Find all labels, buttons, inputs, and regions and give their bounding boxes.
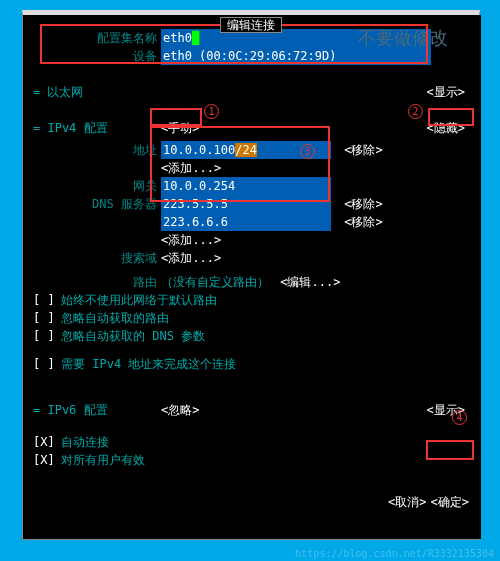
autoconnect-cb[interactable]: [X] — [33, 433, 61, 451]
titlebar: 编辑连接 — [220, 17, 282, 34]
route-row: 路由 （没有自定义路由） <编辑...> — [33, 273, 469, 291]
ok-button[interactable]: <确定> — [431, 493, 469, 511]
address-label: 地址 — [33, 141, 161, 159]
route-edit-button[interactable]: <编辑...> — [280, 275, 340, 289]
route-note: （没有自定义路由） — [161, 275, 269, 289]
cb3-label: 忽略自动获取的 DNS 参数 — [61, 327, 205, 345]
ipv6-row: = IPv6 配置 <忽略> <显示> — [33, 397, 469, 423]
annot-box-mode — [150, 108, 202, 126]
cb1[interactable]: [ ] — [33, 291, 61, 309]
cb1-label: 始终不使用此网络于默认路由 — [61, 291, 217, 309]
ethernet-heading: = 以太网 — [33, 83, 83, 101]
annot-circle-4: 4 — [452, 410, 467, 425]
annot-circle-1: 1 — [204, 104, 219, 119]
annot-box-fields — [150, 126, 330, 202]
annot-box-hide — [428, 108, 474, 126]
ipv4-heading: = IPv4 配置 — [33, 119, 161, 137]
annot-circle-2: 2 — [408, 104, 423, 119]
content-area: 配置集名称 eth0█ 设备 eth0 (00:0C:29:06:72:9D) … — [23, 15, 479, 519]
cb2-label: 忽略自动获取的路由 — [61, 309, 169, 327]
footer-watermark: https://blog.csdn.net/R3332135304 — [295, 548, 494, 559]
ethernet-show-button[interactable]: <显示> — [427, 83, 465, 101]
ethernet-row: = 以太网 <显示> — [33, 79, 469, 105]
gateway-label: 网关 — [33, 177, 161, 195]
search-add-button[interactable]: <添加...> — [161, 251, 221, 265]
dns-add-button[interactable]: <添加...> — [161, 233, 221, 247]
window-title: 编辑连接 — [220, 17, 282, 33]
search-row: 搜索域 <添加...> — [33, 249, 469, 267]
cb2[interactable]: [ ] — [33, 309, 61, 327]
cb4-label: 需要 IPv4 地址来完成这个连接 — [61, 355, 236, 373]
cb3[interactable]: [ ] — [33, 327, 61, 345]
annot-box-ok — [426, 440, 474, 460]
allusers-label: 对所有用户有效 — [61, 451, 145, 469]
address-remove-button[interactable]: <移除> — [344, 143, 382, 157]
cancel-button[interactable]: <取消> — [388, 493, 426, 511]
route-label: 路由 — [33, 273, 161, 291]
dns-label: DNS 服务器 — [33, 195, 161, 213]
annot-circle-3: 3 — [300, 144, 315, 159]
dns2-value: 223.6.6.6 — [163, 215, 228, 229]
search-label: 搜索域 — [33, 249, 161, 267]
dns2-remove-button[interactable]: <移除> — [344, 215, 382, 229]
window-border — [479, 15, 481, 539]
dns2-field[interactable]: 223.6.6.6 — [161, 213, 331, 231]
tui-window: 编辑连接 配置集名称 eth0█ 设备 eth0 (00:0C:29:06:72… — [22, 10, 480, 540]
ipv6-mode-button[interactable]: <忽略> — [161, 401, 199, 419]
dns1-remove-button[interactable]: <移除> — [344, 197, 382, 211]
ipv6-heading: = IPv6 配置 — [33, 401, 161, 419]
allusers-cb[interactable]: [X] — [33, 451, 61, 469]
dns2-row: 223.6.6.6 <移除> — [33, 213, 469, 231]
cb4[interactable]: [ ] — [33, 355, 61, 373]
autoconnect-label: 自动连接 — [61, 433, 109, 451]
